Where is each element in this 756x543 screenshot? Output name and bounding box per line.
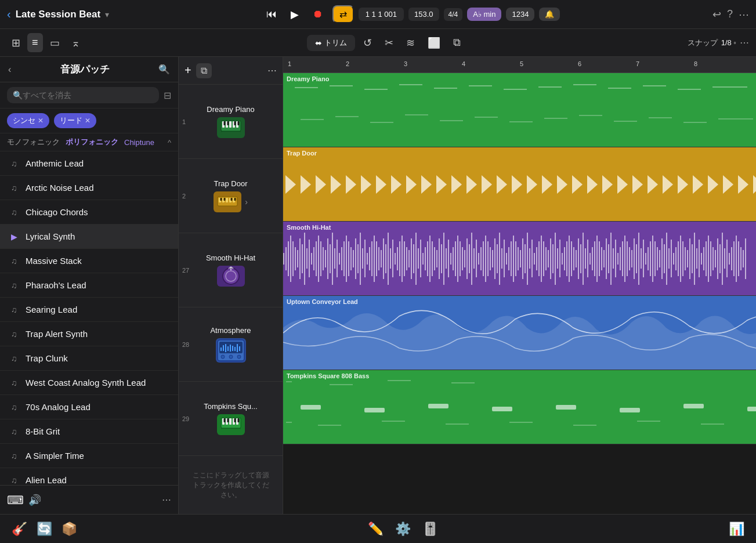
hihat-vline [687,250,688,267]
levels-icon[interactable]: 📊 [729,522,744,537]
track-name: Trap Door [214,179,247,188]
project-title[interactable]: Late Session Beat [16,9,100,20]
track-expand-icon[interactable]: › [245,197,248,207]
key-badge[interactable]: A♭ min [467,8,501,21]
panel-back-button[interactable]: ‹ [8,64,11,75]
poly-label[interactable]: ポリフォニック [66,137,118,147]
timeline-track-smooth-hihat[interactable]: Smooth Hi-Hat [283,222,756,296]
pencil-icon[interactable]: ✏️ [368,522,384,537]
plugin-icon[interactable]: 📦 [62,522,77,537]
select-button[interactable]: ⬜ [423,33,445,53]
synth-tag-remove[interactable]: ✕ [38,117,44,125]
sound-item-west-coast[interactable]: ♫ West Coast Analog Synth Lead [0,371,178,395]
hihat-vline [325,250,326,267]
search-icon[interactable]: 🔍 [158,64,170,75]
hihat-vline [601,247,602,270]
play-button[interactable]: ▶ [286,6,303,23]
loop-button[interactable]: ⇄ [332,5,354,23]
chiptune-label[interactable]: Chiptune [124,138,154,147]
duplicate-track-button[interactable]: ⧉ [196,63,212,78]
rect-view-button[interactable]: ▭ [45,33,64,53]
keyboard-icon[interactable]: ⌨ [7,493,24,507]
trim-button[interactable]: ⬌ トリム [307,35,355,51]
sound-item-trap-alert[interactable]: ♫ Trap Alert Synth [0,322,178,346]
synth-tag[interactable]: シンセ ✕ [7,113,49,128]
timeline-track-tompkins[interactable]: Tompkins Square 808 Bass [283,370,756,444]
volume-icon[interactable]: 🔊 [28,494,41,506]
hihat-vline [541,236,542,282]
timeline-track-uptown[interactable]: Uptown Conveyor Lead [283,296,756,370]
copy-button[interactable]: ⧉ [448,33,465,52]
arrow-shape [527,175,537,194]
help-icon[interactable]: ? [727,8,733,20]
loop-bottom-icon[interactable]: 🔄 [37,522,52,537]
bell-button[interactable]: 🔔 [539,8,560,21]
mono-label[interactable]: モノフォニック [7,137,60,147]
sound-item-searing[interactable]: ♫ Searing Lead [0,298,178,322]
drum-icon [220,266,241,287]
sound-item-simpler[interactable]: ♫ A Simpler Time [0,444,178,468]
add-track-button[interactable]: + [185,64,191,77]
back-button[interactable]: ‹ [7,8,11,21]
track-name: Dreamy Piano [207,105,254,114]
hihat-vline [323,247,324,270]
tempo-display[interactable]: 153.0 [408,8,439,21]
grid-view-button[interactable]: ⊞ [7,33,25,53]
record-button[interactable]: ⏺ [308,6,328,23]
sound-item-pharaoh[interactable]: ♫ Pharaoh's Lead [0,273,178,298]
time-signature[interactable]: 4/4 [444,8,463,21]
timeline-track-dreamy-piano[interactable]: Dreamy Piano [283,73,756,147]
snap-value[interactable]: 1/8 ◦ [721,38,736,47]
waveform-green [283,73,756,147]
undo-icon[interactable]: ↩ [712,8,721,21]
rewind-button[interactable]: ⏮ [262,6,281,23]
sound-item-70s[interactable]: ♫ 70s Analog Lead [0,395,178,419]
track-trap-door[interactable]: Trap Door › [179,159,283,233]
sound-item-trap-clunk[interactable]: ♫ Trap Clunk [0,346,178,371]
lead-tag[interactable]: リード ✕ [54,113,96,128]
list-view-button[interactable]: ≡ [27,33,43,52]
settings-icon[interactable]: ⚙️ [395,522,411,537]
bottom-left: 🎸 🔄 📦 [12,522,77,537]
wave-button[interactable]: ≋ [401,33,419,53]
sound-item-chicago[interactable]: ♫ Chicago Chords [0,200,178,225]
sound-item-massive[interactable]: ♫ Massive Stack [0,249,178,273]
note-count-badge[interactable]: 1234 [506,8,534,21]
track-tompkins[interactable]: Tompkins Squ... 29 [179,382,283,456]
track-dreamy-piano[interactable]: Dreamy Piano 1 [179,85,283,159]
arrow-shape [421,175,432,194]
instrument-icon[interactable]: 🎸 [12,522,27,537]
lead-tag-remove[interactable]: ✕ [85,117,91,125]
sound-item-anthemic[interactable]: ♫ Anthemic Lead [0,151,178,176]
track-smooth-hihat[interactable]: Smooth Hi-Hat 27 [179,233,283,307]
hihat-vline [661,238,663,279]
hihat-vline [624,236,625,282]
loop-edit-button[interactable]: ↺ [359,33,377,53]
filter-icon[interactable]: ⊟ [164,90,171,101]
svg-rect-18 [220,198,222,201]
more-icon[interactable]: ⋯ [739,8,749,21]
sound-item-8bit[interactable]: ♫ 8-Bit Grit [0,419,178,444]
panel-more-button[interactable]: ⋯ [162,494,171,505]
hihat-vline [309,240,310,277]
project-chevron-icon[interactable]: ▾ [105,10,109,19]
hihat-vline [415,233,417,285]
poly-chevron-icon[interactable]: ^ [168,138,171,147]
track-atmosphere[interactable]: Atmosphere [179,307,283,382]
arrow-shape [572,175,583,194]
timeline-track-trap-door[interactable]: Trap Door [283,147,756,222]
sound-item-lyrical[interactable]: ▶ Lyrical Synth [0,225,178,249]
view-controls: ⊞ ≡ ▭ ⌅ [7,33,85,53]
tracks-more-button[interactable]: ⋯ [267,65,277,76]
pin-button[interactable]: ⌅ [67,33,85,53]
cut-button[interactable]: ✂ [380,33,398,53]
search-input[interactable] [23,91,153,100]
hihat-vline [592,247,593,270]
hihat-vline [441,244,442,273]
hihat-vline [576,250,577,267]
mixer-icon[interactable]: 🎚️ [422,522,438,537]
toolbar-more-button[interactable]: ⋯ [740,37,749,48]
sound-item-arctic[interactable]: ♫ Arctic Noise Lead [0,176,178,200]
sound-name: Lyrical Synth [26,231,75,241]
sound-item-alien[interactable]: ♫ Alien Lead [0,468,178,485]
